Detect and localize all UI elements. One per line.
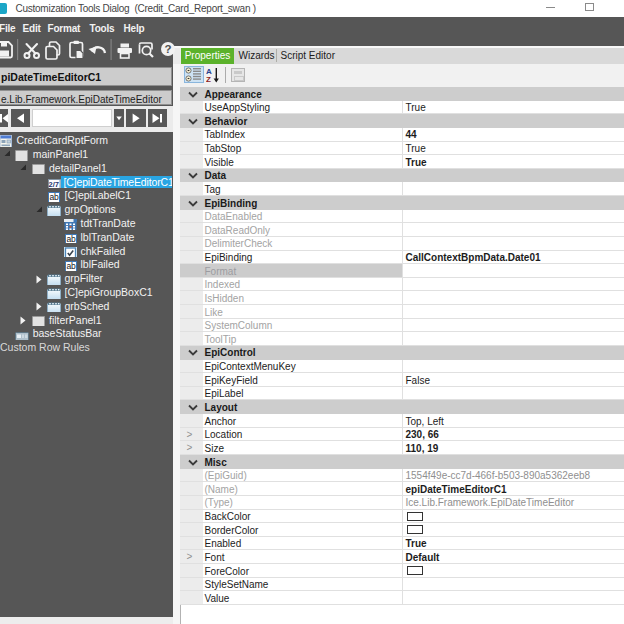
svg-text:ab: ab — [66, 262, 75, 271]
svg-text:ab: ab — [66, 234, 75, 243]
svg-text:ab: ab — [50, 193, 59, 202]
svg-text:2/7: 2/7 — [48, 180, 58, 189]
svg-text:Z: Z — [206, 75, 211, 83]
